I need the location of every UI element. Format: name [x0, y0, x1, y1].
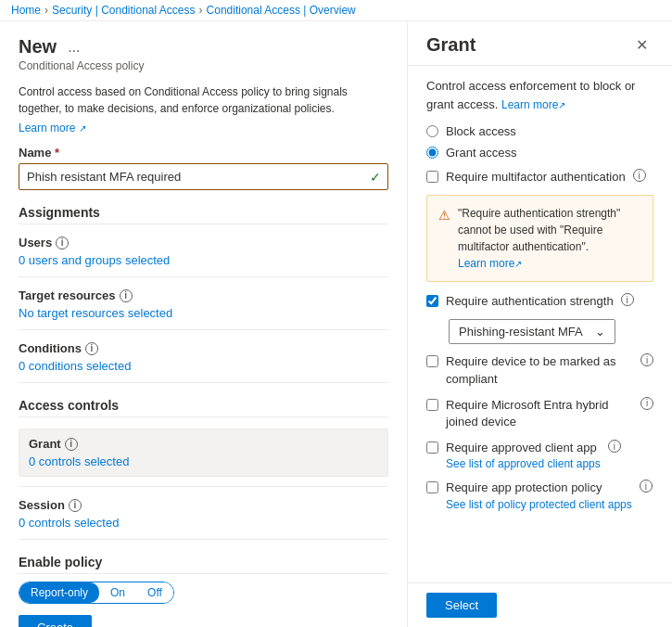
toggle-off[interactable]: Off — [136, 582, 173, 603]
description-learn-more-link[interactable]: Learn more — [19, 122, 75, 134]
require-mfa-info-icon[interactable]: i — [633, 169, 646, 182]
conditions-label: Conditions — [19, 341, 82, 355]
grant-title: Grant — [426, 34, 475, 56]
require-hybrid-info-icon[interactable]: i — [640, 397, 653, 410]
require-approved-app-info-icon[interactable]: i — [608, 440, 621, 453]
require-compliant-item: Require device to be marked as compliant… — [426, 353, 653, 387]
users-label: Users — [19, 236, 52, 250]
toggle-report-only[interactable]: Report-only — [19, 582, 99, 603]
name-input[interactable] — [19, 163, 388, 190]
require-app-protection-checkbox[interactable] — [426, 481, 438, 493]
breadcrumb-overview[interactable]: Conditional Access | Overview — [207, 4, 356, 17]
target-resources-item: Target resources i No target resources s… — [19, 288, 388, 330]
require-hybrid-item: Require Microsoft Entra hybrid joined de… — [426, 397, 653, 430]
warning-icon: ⚠ — [438, 206, 450, 225]
grant-item: Grant i 0 controls selected — [19, 429, 388, 487]
users-info-icon[interactable]: i — [56, 237, 69, 250]
right-panel: Grant ✕ Control access enforcement to bl… — [408, 21, 672, 627]
require-approved-app-checkbox[interactable] — [426, 441, 438, 454]
breadcrumb-home[interactable]: Home — [11, 4, 41, 17]
users-item: Users i 0 users and groups selected — [19, 236, 388, 277]
conditions-item: Conditions i 0 conditions selected — [19, 341, 388, 383]
grant-access-option[interactable]: Grant access — [426, 146, 653, 160]
grant-header: Grant ✕ — [408, 21, 672, 66]
warning-learn-more-link[interactable]: Learn more — [458, 257, 514, 270]
block-access-label: Block access — [446, 124, 516, 138]
auth-strength-value: Phishing-resistant MFA — [459, 325, 583, 339]
chevron-down-icon: ⌄ — [595, 325, 605, 339]
enable-policy-toggle[interactable]: Report-only On Off — [19, 582, 174, 604]
breadcrumb-security[interactable]: Security | Conditional Access — [52, 4, 196, 17]
require-auth-strength-item: Require authentication strength i — [426, 293, 653, 310]
grant-label: Grant — [29, 437, 61, 451]
breadcrumb-sep-1: › — [44, 4, 48, 17]
conditions-info-icon[interactable]: i — [85, 342, 98, 355]
grant-access-label: Grant access — [446, 146, 517, 160]
name-valid-icon: ✓ — [370, 170, 381, 185]
warning-text: "Require authentication strength" cannot… — [458, 207, 620, 253]
warning-box: ⚠ "Require authentication strength" cann… — [426, 195, 653, 282]
grant-body: Control access enforcement to block or g… — [408, 66, 672, 582]
breadcrumb: Home › Security | Conditional Access › C… — [0, 0, 672, 21]
assignments-section-label: Assignments — [19, 205, 388, 224]
description-text: Control access based on Conditional Acce… — [19, 83, 388, 117]
breadcrumb-sep-2: › — [199, 4, 203, 17]
grant-info-icon[interactable]: i — [65, 438, 78, 451]
target-resources-label: Target resources — [19, 288, 116, 302]
require-app-protection-info-icon[interactable]: i — [640, 480, 653, 493]
session-value[interactable]: 0 controls selected — [19, 516, 388, 530]
toggle-on[interactable]: On — [99, 582, 136, 603]
require-auth-strength-label: Require authentication strength — [446, 293, 614, 310]
name-field-label: Name * — [19, 146, 388, 160]
require-auth-strength-info-icon[interactable]: i — [621, 293, 634, 306]
require-hybrid-checkbox[interactable] — [426, 399, 438, 411]
session-item: Session i 0 controls selected — [19, 498, 388, 540]
auth-strength-dropdown[interactable]: Phishing-resistant MFA ⌄ — [449, 319, 615, 344]
require-mfa-checkbox[interactable] — [426, 171, 438, 183]
require-compliant-checkbox[interactable] — [426, 355, 438, 367]
require-approved-app-item: Require approved client app See list of … — [426, 440, 653, 470]
ellipsis-button[interactable]: ... — [64, 39, 83, 56]
require-mfa-label: Require multifactor authentication — [446, 169, 626, 186]
block-access-option[interactable]: Block access — [426, 124, 653, 138]
create-button[interactable]: Create — [19, 615, 92, 627]
see-approved-apps-link[interactable]: See list of approved client apps — [446, 457, 601, 470]
require-hybrid-label: Require Microsoft Entra hybrid joined de… — [446, 397, 633, 430]
users-value[interactable]: 0 users and groups selected — [19, 253, 388, 267]
require-app-protection-item: Require app protection policy See list o… — [426, 480, 653, 510]
session-label: Session — [19, 498, 65, 512]
target-resources-info-icon[interactable]: i — [120, 289, 133, 302]
page-title: New — [19, 36, 57, 58]
see-protected-apps-link[interactable]: See list of policy protected client apps — [446, 498, 632, 511]
require-compliant-label: Require device to be marked as compliant — [446, 353, 633, 387]
close-button[interactable]: ✕ — [630, 34, 653, 56]
page-subtitle: Conditional Access policy — [19, 59, 388, 72]
grant-learn-more-link[interactable]: Learn more — [501, 98, 558, 111]
conditions-value[interactable]: 0 conditions selected — [19, 359, 388, 373]
access-type-radio-group: Block access Grant access — [426, 124, 653, 160]
block-access-radio[interactable] — [426, 125, 438, 137]
grant-footer: Select — [408, 582, 672, 627]
select-button[interactable]: Select — [426, 593, 497, 618]
grant-description: Control access enforcement to block or g… — [426, 77, 653, 113]
left-panel: New ... Conditional Access policy Contro… — [0, 21, 408, 627]
grant-value[interactable]: 0 controls selected — [29, 454, 378, 468]
enable-policy-label: Enable policy — [19, 555, 388, 574]
access-controls-label: Access controls — [19, 398, 388, 417]
require-approved-app-label: Require approved client app — [446, 440, 601, 456]
grant-access-radio[interactable] — [426, 147, 438, 159]
require-app-protection-label: Require app protection policy — [446, 480, 632, 496]
enable-policy-section: Enable policy Report-only On Off — [19, 555, 388, 604]
require-compliant-info-icon[interactable]: i — [640, 353, 653, 366]
require-auth-strength-checkbox[interactable] — [426, 295, 438, 307]
require-mfa-item: Require multifactor authentication i — [426, 169, 653, 186]
session-info-icon[interactable]: i — [69, 499, 82, 512]
target-resources-value[interactable]: No target resources selected — [19, 306, 388, 320]
